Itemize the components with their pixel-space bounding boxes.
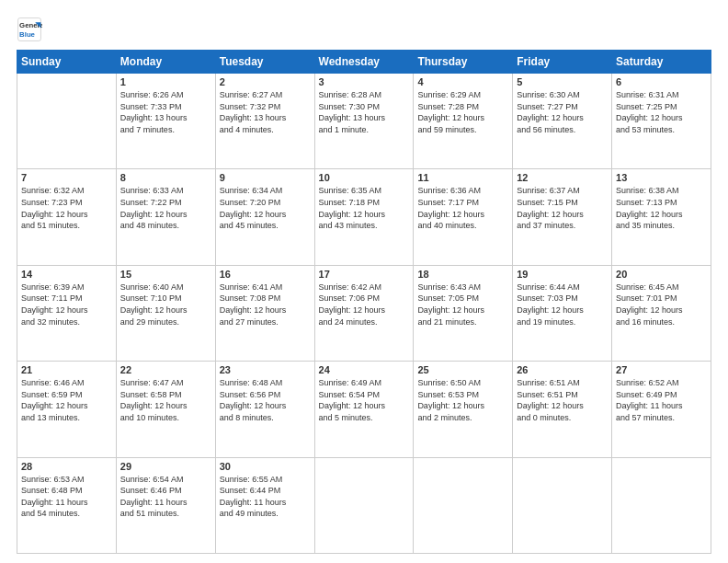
day-number: 1 — [120, 76, 211, 87]
calendar-cell: 2Sunrise: 6:27 AM Sunset: 7:32 PM Daylig… — [215, 74, 314, 169]
calendar-cell: 22Sunrise: 6:47 AM Sunset: 6:58 PM Dayli… — [116, 362, 215, 457]
day-number: 22 — [120, 364, 211, 375]
day-info: Sunrise: 6:45 AM Sunset: 7:01 PM Dayligh… — [616, 282, 707, 327]
calendar-cell: 1Sunrise: 6:26 AM Sunset: 7:33 PM Daylig… — [116, 74, 215, 169]
day-number: 30 — [220, 461, 311, 472]
day-info: Sunrise: 6:26 AM Sunset: 7:33 PM Dayligh… — [120, 89, 211, 135]
calendar-cell: 25Sunrise: 6:50 AM Sunset: 6:53 PM Dayli… — [414, 362, 513, 457]
day-info: Sunrise: 6:41 AM Sunset: 7:08 PM Dayligh… — [220, 282, 311, 327]
day-number: 23 — [220, 364, 311, 375]
day-number: 25 — [417, 364, 508, 375]
calendar-cell — [513, 457, 612, 553]
day-number: 16 — [220, 269, 311, 280]
header: General Blue — [17, 17, 711, 42]
day-info: Sunrise: 6:51 AM Sunset: 6:51 PM Dayligh… — [517, 377, 608, 423]
day-number: 11 — [417, 172, 508, 183]
day-info: Sunrise: 6:52 AM Sunset: 6:49 PM Dayligh… — [616, 377, 707, 423]
calendar-cell: 12Sunrise: 6:37 AM Sunset: 7:15 PM Dayli… — [513, 169, 612, 265]
day-info: Sunrise: 6:35 AM Sunset: 7:18 PM Dayligh… — [319, 185, 410, 231]
day-number: 10 — [319, 172, 410, 183]
day-info: Sunrise: 6:47 AM Sunset: 6:58 PM Dayligh… — [120, 377, 211, 423]
day-info: Sunrise: 6:30 AM Sunset: 7:27 PM Dayligh… — [517, 89, 608, 135]
day-number: 12 — [517, 172, 608, 183]
day-info: Sunrise: 6:37 AM Sunset: 7:15 PM Dayligh… — [517, 185, 608, 231]
calendar-cell: 20Sunrise: 6:45 AM Sunset: 7:01 PM Dayli… — [612, 265, 711, 361]
calendar-row-3: 21Sunrise: 6:46 AM Sunset: 6:59 PM Dayli… — [17, 362, 711, 457]
calendar-cell: 17Sunrise: 6:42 AM Sunset: 7:06 PM Dayli… — [314, 265, 414, 361]
logo-icon: General Blue — [17, 17, 42, 42]
day-number: 15 — [120, 269, 211, 280]
calendar-cell: 23Sunrise: 6:48 AM Sunset: 6:56 PM Dayli… — [215, 362, 314, 457]
day-number: 2 — [220, 76, 311, 87]
calendar-cell: 29Sunrise: 6:54 AM Sunset: 6:46 PM Dayli… — [116, 457, 215, 553]
calendar-table: SundayMondayTuesdayWednesdayThursdayFrid… — [17, 50, 711, 554]
day-number: 24 — [319, 364, 410, 375]
day-number: 3 — [319, 76, 410, 87]
day-info: Sunrise: 6:54 AM Sunset: 6:46 PM Dayligh… — [120, 474, 211, 520]
col-header-saturday: Saturday — [612, 51, 711, 74]
day-info: Sunrise: 6:42 AM Sunset: 7:06 PM Dayligh… — [319, 282, 410, 327]
day-number: 9 — [220, 172, 311, 183]
calendar-cell — [414, 457, 513, 553]
col-header-tuesday: Tuesday — [215, 51, 314, 74]
calendar-cell: 5Sunrise: 6:30 AM Sunset: 7:27 PM Daylig… — [513, 74, 612, 169]
calendar-cell: 3Sunrise: 6:28 AM Sunset: 7:30 PM Daylig… — [314, 74, 414, 169]
calendar-cell: 19Sunrise: 6:44 AM Sunset: 7:03 PM Dayli… — [513, 265, 612, 361]
calendar-cell: 8Sunrise: 6:33 AM Sunset: 7:22 PM Daylig… — [116, 169, 215, 265]
col-header-thursday: Thursday — [414, 51, 513, 74]
page: General Blue SundayMondayTuesdayWednesda… — [0, 0, 728, 563]
calendar-cell — [612, 457, 711, 553]
day-info: Sunrise: 6:32 AM Sunset: 7:23 PM Dayligh… — [21, 185, 112, 231]
col-header-monday: Monday — [116, 51, 215, 74]
calendar-cell: 14Sunrise: 6:39 AM Sunset: 7:11 PM Dayli… — [17, 265, 117, 361]
day-number: 8 — [120, 172, 211, 183]
calendar-cell: 27Sunrise: 6:52 AM Sunset: 6:49 PM Dayli… — [612, 362, 711, 457]
calendar-cell: 13Sunrise: 6:38 AM Sunset: 7:13 PM Dayli… — [612, 169, 711, 265]
day-number: 27 — [616, 364, 707, 375]
calendar-cell: 30Sunrise: 6:55 AM Sunset: 6:44 PM Dayli… — [215, 457, 314, 553]
day-number: 7 — [21, 172, 112, 183]
day-info: Sunrise: 6:33 AM Sunset: 7:22 PM Dayligh… — [120, 185, 211, 231]
calendar-cell: 16Sunrise: 6:41 AM Sunset: 7:08 PM Dayli… — [215, 265, 314, 361]
day-number: 18 — [417, 269, 508, 280]
svg-text:Blue: Blue — [19, 30, 36, 39]
calendar-cell: 21Sunrise: 6:46 AM Sunset: 6:59 PM Dayli… — [17, 362, 117, 457]
day-number: 28 — [21, 461, 112, 472]
calendar-cell: 26Sunrise: 6:51 AM Sunset: 6:51 PM Dayli… — [513, 362, 612, 457]
calendar-cell: 7Sunrise: 6:32 AM Sunset: 7:23 PM Daylig… — [17, 169, 117, 265]
day-info: Sunrise: 6:46 AM Sunset: 6:59 PM Dayligh… — [21, 377, 112, 423]
day-number: 20 — [616, 269, 707, 280]
day-info: Sunrise: 6:48 AM Sunset: 6:56 PM Dayligh… — [220, 377, 311, 423]
day-info: Sunrise: 6:43 AM Sunset: 7:05 PM Dayligh… — [417, 282, 508, 327]
day-info: Sunrise: 6:49 AM Sunset: 6:54 PM Dayligh… — [319, 377, 410, 423]
day-info: Sunrise: 6:31 AM Sunset: 7:25 PM Dayligh… — [616, 89, 707, 135]
calendar-row-0: 1Sunrise: 6:26 AM Sunset: 7:33 PM Daylig… — [17, 74, 711, 169]
day-info: Sunrise: 6:27 AM Sunset: 7:32 PM Dayligh… — [220, 89, 311, 135]
col-header-wednesday: Wednesday — [314, 51, 414, 74]
calendar-row-1: 7Sunrise: 6:32 AM Sunset: 7:23 PM Daylig… — [17, 169, 711, 265]
header-row: SundayMondayTuesdayWednesdayThursdayFrid… — [17, 51, 711, 74]
day-info: Sunrise: 6:53 AM Sunset: 6:48 PM Dayligh… — [21, 474, 112, 520]
day-number: 4 — [417, 76, 508, 87]
day-number: 6 — [616, 76, 707, 87]
calendar-cell: 10Sunrise: 6:35 AM Sunset: 7:18 PM Dayli… — [314, 169, 414, 265]
day-info: Sunrise: 6:38 AM Sunset: 7:13 PM Dayligh… — [616, 185, 707, 231]
logo: General Blue — [17, 17, 46, 42]
calendar-cell: 4Sunrise: 6:29 AM Sunset: 7:28 PM Daylig… — [414, 74, 513, 169]
calendar-cell: 9Sunrise: 6:34 AM Sunset: 7:20 PM Daylig… — [215, 169, 314, 265]
day-number: 13 — [616, 172, 707, 183]
day-info: Sunrise: 6:50 AM Sunset: 6:53 PM Dayligh… — [417, 377, 508, 423]
calendar-cell: 28Sunrise: 6:53 AM Sunset: 6:48 PM Dayli… — [17, 457, 117, 553]
col-header-friday: Friday — [513, 51, 612, 74]
day-info: Sunrise: 6:34 AM Sunset: 7:20 PM Dayligh… — [220, 185, 311, 231]
day-info: Sunrise: 6:29 AM Sunset: 7:28 PM Dayligh… — [417, 89, 508, 135]
calendar-cell: 18Sunrise: 6:43 AM Sunset: 7:05 PM Dayli… — [414, 265, 513, 361]
day-number: 14 — [21, 269, 112, 280]
calendar-cell — [17, 74, 117, 169]
day-info: Sunrise: 6:44 AM Sunset: 7:03 PM Dayligh… — [517, 282, 608, 327]
day-info: Sunrise: 6:40 AM Sunset: 7:10 PM Dayligh… — [120, 282, 211, 327]
day-info: Sunrise: 6:39 AM Sunset: 7:11 PM Dayligh… — [21, 282, 112, 327]
day-info: Sunrise: 6:36 AM Sunset: 7:17 PM Dayligh… — [417, 185, 508, 231]
calendar-cell: 15Sunrise: 6:40 AM Sunset: 7:10 PM Dayli… — [116, 265, 215, 361]
day-number: 26 — [517, 364, 608, 375]
